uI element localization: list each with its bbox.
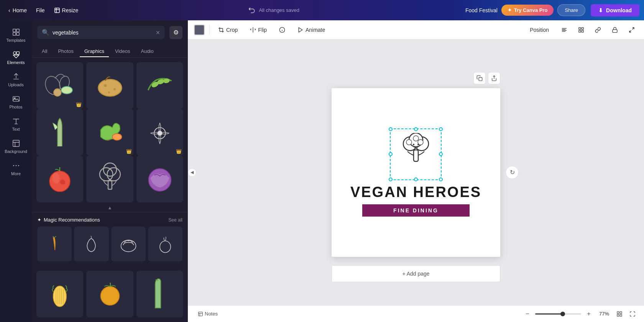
share-button[interactable]: Share [557,4,585,16]
zoom-slider[interactable] [535,313,581,315]
undo-button[interactable] [248,6,256,15]
gallery-item-6[interactable]: 👑 [136,109,183,156]
handle-ml[interactable] [389,152,393,156]
svg-rect-67 [620,312,622,314]
sidebar-item-photos[interactable]: Photos [0,91,32,113]
handle-bm[interactable] [414,177,418,181]
canvapro-button[interactable]: ✦ Try Canva Pro [501,5,554,16]
pepper-icon [81,233,102,254]
search-area: 🔍 ✕ ⚙ [32,20,188,43]
hide-panel-button[interactable]: ◀ [188,168,196,177]
expand-icon-btn[interactable] [626,25,638,35]
veggie-mix-icon [91,113,129,151]
download-button[interactable]: ⬇ Download [591,4,639,16]
broccoli-outline-icon [91,160,129,198]
info-icon [279,27,285,33]
lock-icon [612,27,618,33]
show-more-toggle[interactable]: ▲ [32,204,188,212]
sidebar-item-more[interactable]: More [0,158,32,180]
gallery-item-4[interactable] [36,109,83,156]
sidebar-item-uploads[interactable]: Uploads [0,69,32,91]
magic-item-4[interactable] [148,227,182,261]
handle-bl[interactable] [389,177,393,181]
svg-rect-49 [579,30,581,32]
vegan-heroes-title[interactable]: VEGAN HEROES [350,184,481,200]
clear-icon[interactable]: ✕ [156,30,160,36]
topbar-right: Food Festival ✦ Try Canva Pro Share ⬇ Do… [465,4,639,16]
info-button[interactable] [275,25,289,35]
grid-view-button[interactable] [614,309,625,319]
tab-all[interactable]: All [37,46,52,57]
broccoli-element[interactable] [390,128,442,180]
zoom-in-button[interactable]: + [583,309,594,319]
gallery-item-11[interactable] [86,271,133,317]
gallery-item-7[interactable] [36,156,83,202]
svg-rect-8 [13,97,19,102]
magic-header: ✦ Magic Recommendations See all [37,217,182,223]
fullscreen-button[interactable] [627,309,638,319]
canvas-copy-button[interactable] [473,72,486,84]
link-icon-btn[interactable] [592,25,604,35]
rotate-handle[interactable]: ↻ [506,166,519,179]
resize-button[interactable]: Resize [50,5,82,16]
crown-badge-6: 👑 [176,149,182,154]
gallery-item-3[interactable] [136,62,183,109]
gallery-item-2[interactable] [86,62,133,109]
sidebar-item-templates[interactable]: Templates [0,24,32,46]
canvas-share-button[interactable] [488,72,500,84]
magic-item-2[interactable] [74,227,108,261]
saved-status: All changes saved [259,7,299,13]
notes-button[interactable]: Notes [194,309,222,318]
sidebar-item-background[interactable]: Background [0,135,32,158]
color-swatch[interactable] [194,25,205,35]
handle-br[interactable] [439,177,443,181]
animate-button[interactable]: Animate [294,25,329,35]
svg-rect-0 [55,8,59,13]
magic-item-3[interactable] [111,227,146,261]
svg-rect-51 [613,30,617,32]
svg-point-21 [108,92,110,94]
gallery-item-12[interactable] [136,271,183,317]
align-icon-btn[interactable] [558,25,570,35]
file-label: File [36,7,45,13]
fine-dining-bar[interactable]: FINE DINING [362,204,470,217]
crop-button[interactable]: Crop [214,25,242,35]
gallery-item-5[interactable]: 👑 [86,109,133,156]
gallery-item-8[interactable] [86,156,133,202]
gallery-item-9[interactable] [136,156,183,202]
handle-tl[interactable] [389,127,393,131]
handle-tm[interactable] [414,127,418,131]
corn-icon [41,275,79,313]
tab-graphics[interactable]: Graphics [80,46,109,57]
search-input[interactable] [53,30,153,36]
add-page-button[interactable]: + Add page [332,265,500,282]
filter-button[interactable]: ⚙ [169,26,182,39]
tab-audio[interactable]: Audio [136,46,158,57]
flower-veggie-icon [141,113,179,151]
resize-label: Resize [62,7,79,13]
svg-rect-47 [579,28,581,30]
svg-point-31 [100,168,113,181]
home-button[interactable]: ‹ Home [5,5,31,16]
see-all-button[interactable]: See all [168,217,182,223]
svg-rect-62 [414,150,418,161]
tab-photos[interactable]: Photos [53,46,78,57]
magic-item-1[interactable] [37,227,72,261]
bottom-gallery [32,266,188,322]
gallery-item-10[interactable] [36,271,83,317]
gallery-item-1[interactable]: 👑 [36,62,83,109]
file-button[interactable]: File [32,5,49,16]
position-button[interactable]: Position [525,25,554,35]
lock-icon-btn[interactable] [609,25,621,35]
handle-mr[interactable] [439,152,443,156]
tab-videos[interactable]: Videos [110,46,135,57]
grid-view-icon [616,311,623,317]
zoom-out-button[interactable]: − [522,309,533,319]
sidebar-item-elements[interactable]: Elements [0,46,32,69]
flip-button[interactable]: Flip [246,25,271,35]
sidebar-item-text[interactable]: Text [0,113,32,135]
grid-icon-btn[interactable] [575,25,587,35]
text-label: Text [12,127,20,131]
svg-point-32 [107,168,120,181]
handle-tr[interactable] [439,127,443,131]
